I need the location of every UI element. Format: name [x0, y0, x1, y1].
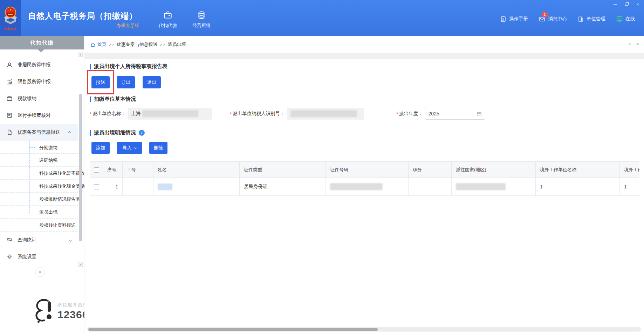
message-center-label: 消息中心 — [548, 16, 567, 22]
redacted-value — [290, 110, 357, 117]
submenu-item-equity-transfer[interactable]: 股权转让资料报送 — [0, 219, 78, 232]
cell-overseas-unit: 1 — [536, 178, 620, 196]
collapse-sidebar-button[interactable]: « — [35, 267, 45, 277]
redacted-value — [330, 183, 383, 190]
home-icon — [90, 42, 96, 47]
gear-icon — [6, 254, 13, 260]
submenu-item-tech-cash-award[interactable]: 科技成果转化现金奖励 — [0, 180, 78, 193]
breadcrumb-home-label: 首页 — [97, 41, 107, 48]
dispatch-year-label: 派出年度： — [399, 111, 423, 117]
horizontal-scrollbar[interactable] — [87, 327, 641, 332]
submit-button[interactable]: 报送 — [91, 76, 110, 88]
cell-id-number — [326, 178, 409, 196]
unit-name-visible-value: 上海 — [131, 111, 141, 117]
hotline-logo — [34, 299, 54, 324]
sidebar-scrollbar[interactable]: ▲ ▼ — [78, 52, 83, 267]
section-title: 派员出境明细情况 — [94, 129, 136, 136]
required-marker: * — [396, 111, 398, 116]
section-detail: 派员出境明细情况 i — [90, 129, 145, 136]
breadcrumb-item-current: 派员出境 — [168, 41, 186, 48]
manual-label: 操作手册 — [509, 16, 528, 22]
sidebar-item-label: 税款缴纳 — [18, 95, 36, 102]
submenu-item-installment[interactable]: 分期缴纳 — [0, 141, 78, 154]
submenu-item-tech-no-levy[interactable]: 科技成果转化暂不征收 — [0, 167, 78, 180]
submenu-item-staff-abroad[interactable]: 派员出境 — [0, 206, 78, 219]
horizontal-scrollbar-thumb[interactable] — [88, 328, 378, 331]
window-restore-button[interactable] — [624, 2, 629, 7]
tab-business-income[interactable]: 经营所得 — [188, 11, 215, 29]
manual-button[interactable]: 操作手册 — [500, 16, 528, 22]
chart-icon — [6, 79, 13, 85]
select-all-checkbox[interactable] — [94, 167, 99, 173]
table-header-row: 序号 工号 姓名 证件类型 证件号码 职务 派往国家(地区) 境外工作单位名称 … — [90, 162, 640, 178]
sidebar-item-restricted-shares[interactable]: 限售股所得申报 — [0, 73, 78, 90]
breadcrumb-bar: 首页 >> 优惠备案与信息报送 >> 派员出境 ▫ × — [84, 36, 644, 53]
online-status[interactable]: 在线 — [616, 15, 635, 22]
chevron-up-icon — [69, 130, 71, 135]
sidebar-item-tax-payment[interactable]: 税款缴纳 — [0, 90, 78, 107]
tax-id-input[interactable] — [287, 108, 364, 120]
section-accent-bar — [90, 130, 91, 136]
page-restore-icon[interactable]: ▫ — [629, 40, 631, 47]
add-row-button[interactable]: 添加 — [91, 142, 110, 154]
unit-name-input[interactable]: 上海 — [128, 108, 212, 120]
sidebar-item-label: 优惠备案与信息报送 — [18, 129, 60, 135]
banner-notch — [38, 49, 44, 52]
window-close-button[interactable]: × — [635, 2, 640, 7]
breadcrumb-item[interactable]: 优惠备案与信息报送 — [117, 41, 158, 48]
import-button[interactable]: 导入 — [117, 142, 142, 154]
tax-id-label: 派出单位纳税人识别号： — [233, 111, 285, 117]
sidebar-menu: 非居民所得申报 限售股所得申报 税款缴纳 退付手续费核对 优惠备案与信息报送 — [0, 56, 78, 265]
manual-icon — [500, 16, 507, 22]
redacted-value — [456, 183, 506, 190]
breadcrumb-separator: >> — [160, 42, 165, 47]
sidebar: 代扣代缴 非居民所得申报 限售股所得申报 税款缴纳 退付手续费核对 — [0, 36, 84, 334]
dispatch-year-input[interactable]: 2025 — [425, 108, 485, 120]
info-icon[interactable]: i — [139, 130, 145, 136]
breadcrumb: 首页 >> 优惠备案与信息报送 >> 派员出境 — [90, 41, 186, 48]
breadcrumb-separator: >> — [109, 42, 114, 47]
sidebar-collapse-row: « — [0, 267, 78, 277]
export-button[interactable]: 导出 — [117, 76, 135, 88]
sidebar-item-nonresident-declare[interactable]: 非居民所得申报 — [0, 56, 78, 73]
sidebar-item-query-stats[interactable]: 查询统计 — [0, 232, 78, 248]
col-id-number: 证件号码 — [326, 162, 409, 178]
submenu-item-equity-incentive[interactable]: 股权激励情况报告表 — [0, 193, 78, 206]
unit-name-label: 派出单位名称： — [93, 111, 126, 117]
sidebar-item-fee-refund-check[interactable]: 退付手续费核对 — [0, 107, 78, 124]
import-label: 导入 — [122, 145, 132, 151]
app-header: 中国税务 自然人电子税务局（扣缴端） 办税大厅版 代扣代缴 经营所得 — [0, 0, 644, 36]
cell-emp-no — [123, 178, 153, 196]
sidebar-submenu: 分期缴纳 递延纳税 科技成果转化暂不征收 科技成果转化现金奖励 股权激励情况报告… — [0, 141, 78, 232]
briefcase-icon — [163, 11, 172, 20]
table-row: 1 居民身份证 1 1 — [90, 178, 640, 196]
window-minimize-button[interactable] — [612, 2, 618, 7]
page-tab-controls: ▫ × — [629, 40, 639, 47]
col-name: 姓名 — [153, 162, 240, 178]
window-controls: × — [612, 2, 640, 7]
required-marker: * — [90, 111, 91, 116]
redacted-value — [142, 110, 198, 117]
tab-label: 经营所得 — [188, 22, 215, 29]
scrollbar-thumb[interactable] — [79, 94, 82, 241]
col-duty: 职务 — [409, 162, 452, 178]
scroll-up-icon[interactable]: ▲ — [78, 52, 83, 57]
delete-row-button[interactable]: 删除 — [149, 142, 167, 154]
breadcrumb-home[interactable]: 首页 — [90, 41, 107, 48]
receipt-icon — [6, 112, 13, 119]
cell-country — [452, 178, 536, 196]
tab-withholding[interactable]: 代扣代缴 — [154, 11, 181, 29]
redacted-name — [158, 183, 172, 190]
org-manage-button[interactable]: 单位管理 — [577, 16, 605, 22]
message-center-button[interactable]: 1 消息中心 — [539, 16, 567, 22]
row-checkbox[interactable] — [94, 184, 99, 189]
sidebar-item-preferential-filing[interactable]: 优惠备案与信息报送 — [0, 124, 78, 141]
submenu-item-deferred-tax[interactable]: 递延纳税 — [0, 154, 78, 167]
exit-button[interactable]: 退出 — [143, 76, 161, 88]
sidebar-item-system-settings[interactable]: 系统设置 — [0, 248, 78, 265]
main-content: 派员出境个人所得税事项报告表 报送 导出 退出 扣缴单位基本情况 * 派出单位名… — [84, 59, 644, 334]
cell-overseas-extra: 1 — [620, 178, 640, 196]
col-id-type: 证件类型 — [240, 162, 326, 178]
page-close-icon[interactable]: × — [636, 40, 639, 47]
scroll-down-icon[interactable]: ▼ — [78, 262, 83, 267]
